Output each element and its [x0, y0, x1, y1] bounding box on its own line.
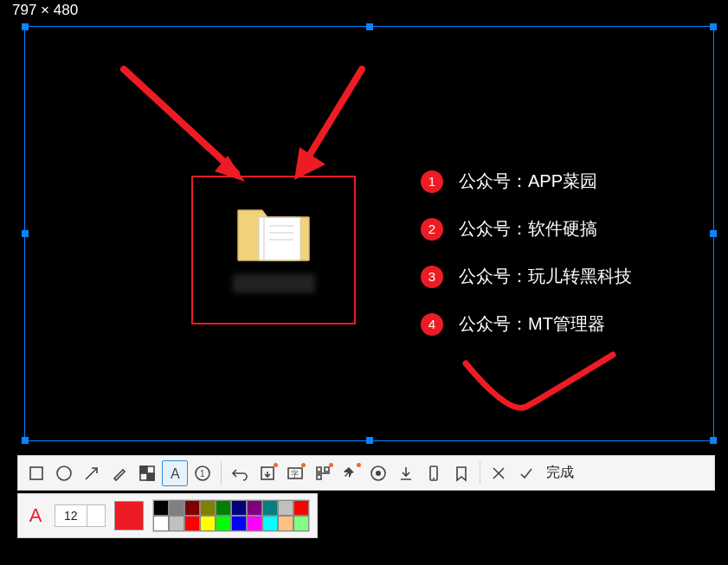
- color-swatch[interactable]: [216, 500, 231, 516]
- tool-ocr[interactable]: 字: [282, 460, 308, 486]
- done-button[interactable]: 完成: [541, 464, 579, 482]
- color-swatch[interactable]: [247, 516, 262, 531]
- font-size-value: 12: [55, 509, 87, 523]
- folder-icon: [235, 200, 312, 267]
- text-tool-indicator: A: [25, 504, 46, 527]
- number-badge: 4: [421, 313, 443, 336]
- tool-download[interactable]: [393, 460, 419, 486]
- freehand-check[interactable]: [448, 346, 630, 424]
- number-badge: 3: [421, 266, 443, 288]
- new-dot-icon: [357, 463, 361, 467]
- color-swatch[interactable]: [262, 516, 278, 531]
- text-annotation[interactable]: 4 公众号：MT管理器: [421, 312, 698, 336]
- svg-rect-12: [140, 466, 147, 473]
- color-swatch[interactable]: [278, 516, 293, 531]
- new-dot-icon: [301, 463, 306, 467]
- cancel-button[interactable]: [486, 460, 512, 486]
- color-swatch[interactable]: [231, 516, 247, 531]
- text-style-panel: A 12: [17, 493, 318, 538]
- text-annotation[interactable]: 2 公众号：软件硬搞: [421, 217, 698, 241]
- color-swatch[interactable]: [231, 500, 247, 516]
- annotation-text: 公众号：玩儿转黑科技: [459, 265, 632, 288]
- tool-pencil[interactable]: [106, 460, 132, 486]
- tool-record[interactable]: [365, 460, 391, 486]
- selection-dimensions: 797 × 480: [12, 2, 78, 19]
- number-badge: 1: [421, 170, 443, 193]
- svg-rect-13: [147, 473, 154, 480]
- annotation-text: 公众号：软件硬搞: [459, 217, 597, 241]
- tool-ellipse[interactable]: [51, 460, 77, 486]
- chevron-down-icon: [87, 505, 105, 526]
- toolbar-separator: [480, 462, 480, 485]
- toolbar-separator: [221, 462, 222, 485]
- svg-text:字: 字: [291, 470, 299, 478]
- new-dot-icon: [329, 463, 333, 467]
- text-annotation[interactable]: 3 公众号：玩儿转黑科技: [421, 265, 698, 288]
- annotation-text: 公众号：MT管理器: [459, 312, 605, 336]
- confirm-icon[interactable]: [513, 460, 539, 486]
- tool-undo[interactable]: [227, 460, 253, 486]
- annotation-text: 公众号：APP菜园: [459, 170, 597, 193]
- svg-point-9: [57, 466, 71, 480]
- svg-line-10: [86, 468, 97, 479]
- highlight-rectangle[interactable]: ████████: [191, 176, 356, 324]
- font-size-select[interactable]: 12: [55, 504, 106, 527]
- screenshot-toolbar: A 1 字 完成: [17, 455, 715, 491]
- text-annotation[interactable]: 1 公众号：APP菜园: [421, 170, 698, 193]
- color-swatch[interactable]: [200, 500, 216, 516]
- svg-text:1: 1: [200, 469, 205, 478]
- tool-scan-qr[interactable]: [310, 460, 336, 486]
- tool-mosaic[interactable]: [134, 460, 160, 486]
- color-swatch[interactable]: [184, 516, 200, 531]
- new-dot-icon: [274, 463, 278, 467]
- capture-canvas: ████████ 1 公众号：APP菜园 2 公众号：软件硬搞 3 公众号：玩儿…: [24, 26, 714, 441]
- color-palette: [152, 499, 310, 532]
- text-annotation-group: 1 公众号：APP菜园 2 公众号：软件硬搞 3 公众号：玩儿转黑科技 4 公众…: [421, 145, 698, 360]
- color-swatch[interactable]: [184, 500, 200, 516]
- folder-label: ████████: [233, 274, 314, 292]
- tool-send-phone[interactable]: [421, 460, 447, 486]
- number-badge: 2: [421, 218, 443, 241]
- current-color-swatch[interactable]: [114, 501, 144, 530]
- color-swatch[interactable]: [247, 500, 262, 516]
- color-swatch[interactable]: [278, 500, 293, 516]
- color-swatch[interactable]: [262, 500, 278, 516]
- tool-arrow[interactable]: [79, 460, 105, 486]
- svg-point-22: [376, 471, 381, 476]
- color-swatch[interactable]: [153, 516, 169, 531]
- tool-pin[interactable]: [338, 460, 364, 486]
- tool-numbered-badge[interactable]: 1: [190, 460, 216, 486]
- svg-rect-8: [30, 467, 42, 479]
- color-swatch[interactable]: [169, 516, 184, 531]
- tool-long-screenshot[interactable]: [254, 460, 280, 486]
- color-swatch[interactable]: [200, 516, 216, 531]
- color-swatch[interactable]: [216, 516, 231, 531]
- color-swatch[interactable]: [293, 500, 309, 516]
- tool-text[interactable]: A: [162, 460, 188, 486]
- svg-text:A: A: [171, 466, 180, 481]
- tool-rectangle[interactable]: [23, 460, 49, 486]
- color-swatch[interactable]: [169, 500, 184, 516]
- color-swatch[interactable]: [153, 500, 169, 516]
- tool-collect[interactable]: [448, 460, 474, 486]
- color-swatch[interactable]: [293, 516, 309, 531]
